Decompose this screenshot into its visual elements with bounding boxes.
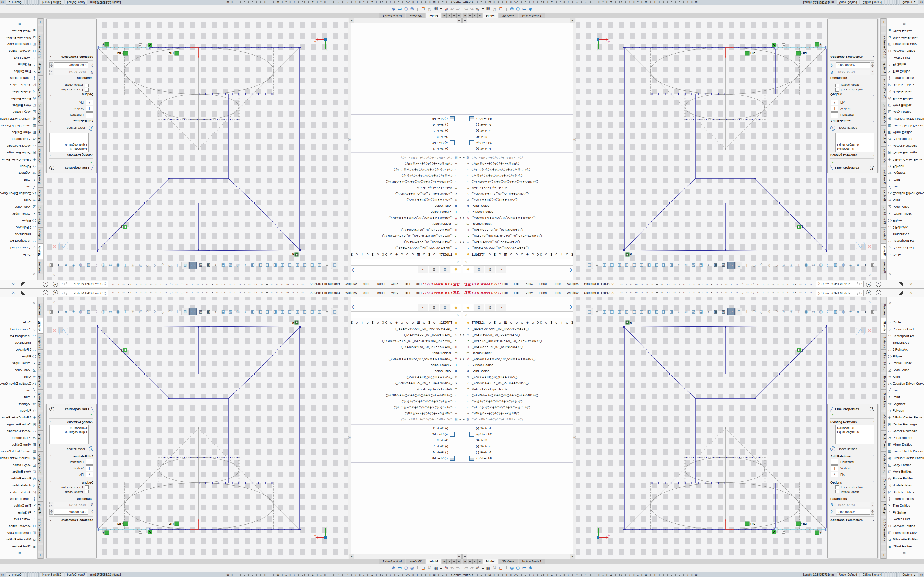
tab-data-migration[interactable]: Data Migration xyxy=(38,77,44,100)
flyout-more-icon[interactable]: ≫ xyxy=(18,22,21,26)
tab-features[interactable]: Features xyxy=(38,303,44,317)
search-icon[interactable] xyxy=(65,281,71,287)
tab-markup[interactable]: Markup xyxy=(880,61,886,76)
tree-horizontal-scrollbar[interactable]: ◀ ▶ xyxy=(462,554,575,559)
tab-overflow[interactable]: ⋮ xyxy=(38,18,44,24)
status-custom-dropdown[interactable]: Custom▴ xyxy=(6,572,24,577)
tool-stretch-entities[interactable]: ◸Stretch Entities xyxy=(887,488,924,495)
relation-item[interactable]: Collinear108 xyxy=(837,426,873,430)
status-custom-dropdown[interactable]: Custom▴ xyxy=(900,0,918,5)
tab-sheet-metal[interactable]: Sheet Metal xyxy=(38,391,44,410)
search-box[interactable]: ◇ Search CAD Models ▾ xyxy=(60,290,108,296)
viewport-nav-icon[interactable]: ▶| xyxy=(477,13,482,18)
tree-row-sketch5[interactable]: (-) Sketch5 xyxy=(351,128,462,134)
tab-markup[interactable]: Markup xyxy=(38,501,44,516)
close-button[interactable]: ✕ xyxy=(907,281,914,287)
panel-collapse-icon[interactable]: ❯ xyxy=(351,305,354,309)
tree-row[interactable]: ◔◯Ƨ✚Ξ϶Ƨ◯ИΝ◎✚ƆCΞ϶Ƨ◯⊙◯Ƨ϶ΞCƆ✚◎ΝИ◯ xyxy=(462,338,573,344)
featuremanager-tree-tab[interactable]: ◆ xyxy=(451,266,461,273)
chevron-up-icon[interactable]: ⌃ xyxy=(872,119,874,122)
checkbox-for-construction[interactable]: For construction xyxy=(50,88,89,92)
tree-vertical-scrollbar[interactable] xyxy=(573,23,575,280)
tree-row[interactable]: ▶A◯ƧИ◎⊙✚A✚◎ИΛ◯⊙◯ΛИ◎✚A✚⊙◎ИƧ◯ xyxy=(462,356,573,362)
chevron-up-icon[interactable]: ⌃ xyxy=(872,455,874,458)
relation-button-vertical[interactable]: |Vertical xyxy=(50,466,93,471)
tree-row[interactable]: ✶◯Ƨ϶Ξ✚⊙◎ΛAΦ◯⊙◯ΦAΛ◎⊙✚Ξ϶Ƨ◯ xyxy=(351,245,462,251)
bottom-tool-icon[interactable]: ⇅ xyxy=(428,6,431,13)
search-dropdown-icon[interactable]: ▾ xyxy=(60,283,65,285)
tool-mirror-entities[interactable]: ◧Mirror Entities xyxy=(0,129,37,136)
tree-row-sketch2[interactable]: (-) Sketch2 xyxy=(351,431,462,437)
tool-3-point-center-recta-[interactable]: ◈3 Point Center Recta... xyxy=(887,414,924,421)
tool-extend-entities[interactable]: ╎Extend Entities xyxy=(887,495,924,502)
viewport-nav-icon[interactable]: ◀ xyxy=(452,559,457,564)
tool-polygon[interactable]: ◇Polygon xyxy=(0,163,37,170)
tool-copy-entities[interactable]: ◱Copy Entities xyxy=(887,461,924,468)
tool-tangent-arc[interactable]: ⌒Tangent Arc xyxy=(0,339,37,346)
flyout-close-icon[interactable]: ✕ xyxy=(32,272,35,276)
tree-filter-input[interactable]: ▽ xyxy=(463,311,574,318)
chevron-up-icon[interactable]: ⌃ xyxy=(872,93,874,96)
bottom-tool-icon[interactable]: ∟ xyxy=(421,6,425,13)
chevron-up-icon[interactable]: ⌃ xyxy=(872,481,874,484)
tool-parallelogram[interactable]: ▱Parallelogram xyxy=(887,136,924,143)
displaymanager-tab[interactable]: ◑ xyxy=(496,304,506,311)
tool-segment[interactable]: ▫#Segment xyxy=(0,400,37,407)
tree-row[interactable]: ▶▨◯ƧΞ϶ИΝΛ∩✚◯⊙◯✚∩ΛΝИ϶ΞƧ◯ xyxy=(351,155,462,161)
viewport-nav-icon[interactable]: ▶ xyxy=(472,559,477,564)
featuremanager-tree-tab[interactable]: ◆ xyxy=(463,266,473,273)
help-circle-icon[interactable]: ? xyxy=(870,407,874,411)
status-custom-dropdown[interactable]: Custom▴ xyxy=(900,572,918,577)
confirmation-corner[interactable]: ✕ ✕ xyxy=(856,301,872,335)
tab-direct-editing[interactable]: Direct Editing xyxy=(38,351,44,372)
configurationmanager-tab[interactable]: ⊕ xyxy=(485,304,495,311)
tool-3-point-center-recta-[interactable]: ◈3 Point Center Recta... xyxy=(0,156,37,163)
chevron-down-icon[interactable]: ⌄ xyxy=(872,56,874,58)
checkbox-infinite-length[interactable]: Infinite length xyxy=(835,84,874,87)
tab-overflow[interactable]: ⋮ xyxy=(38,545,44,551)
checkbox-for-construction[interactable]: For construction xyxy=(835,88,874,92)
chevron-down-icon[interactable]: ⌄ xyxy=(50,519,52,521)
configurationmanager-tab[interactable]: ⊕ xyxy=(485,266,495,273)
search-dropdown-icon[interactable]: ▾ xyxy=(859,292,864,294)
bottom-tool-icon[interactable]: ▦ xyxy=(486,564,490,572)
relation-button-fix[interactable]: ⚓Fix xyxy=(50,472,93,477)
tool-equation-driven-curve[interactable]: ƒxEquation Driven Curve xyxy=(0,380,37,387)
viewport-nav-icon[interactable]: ▶| xyxy=(442,13,447,18)
angle-field[interactable]: 0.00000000° xyxy=(836,63,871,68)
tab-overflow[interactable]: ⋮ xyxy=(880,553,886,559)
splitter-knob[interactable]: ⊙ xyxy=(348,436,351,439)
tree-filter-input[interactable]: ▽ xyxy=(350,311,461,318)
viewport-tab-motion-study-1[interactable]: Motion Study 1 xyxy=(379,559,405,564)
viewport-tab-3d-views[interactable]: 3D Views xyxy=(499,559,518,564)
tool-silhouette-entities[interactable]: ◘Silhouette Entities xyxy=(0,536,37,543)
bottom-tool-icon[interactable]: ▱ xyxy=(456,564,460,572)
chevron-down-icon[interactable]: ⌄ xyxy=(50,56,52,58)
bottom-tool-icon[interactable]: ∟ xyxy=(499,6,503,13)
tab-sketch[interactable]: Sketch xyxy=(38,318,44,334)
tab-surfaces[interactable]: Surfaces xyxy=(38,335,44,350)
tree-row[interactable]: ◎◯Ƨ♟◎ƧИΞ϶Ƨ◯⊙◯Ƨ϶ΞИƧ◎♟Ƨ◯ xyxy=(462,344,573,350)
menu-edit[interactable]: Edit xyxy=(514,282,520,286)
tool-3-point-arc[interactable]: ◡3 Point Arc xyxy=(0,224,37,231)
tool-scale-entities[interactable]: ◹Scale Entities xyxy=(0,482,37,489)
panel-splitter[interactable] xyxy=(351,462,462,463)
viewport-tab-3d-views[interactable]: 3D Views xyxy=(499,13,518,18)
tree-row[interactable]: ≡Material < not specified > xyxy=(462,386,573,392)
tool-perimeter-circle[interactable]: ◌Perimeter Circle xyxy=(887,326,924,333)
help-icon[interactable]: ? xyxy=(43,290,48,295)
panel-splitter[interactable] xyxy=(351,114,462,115)
displaymanager-tab[interactable]: ◑ xyxy=(418,304,428,311)
tab-data-migration[interactable]: Data Migration xyxy=(880,77,886,100)
tab-overflow[interactable]: ⋮ xyxy=(880,26,886,32)
minimize-button[interactable]: — xyxy=(30,281,37,287)
tab-markup[interactable]: Markup xyxy=(880,501,886,516)
tab-mbd-dimensions[interactable]: MBD Dimensions xyxy=(38,34,44,60)
tool-scale-entities[interactable]: ◹Scale Entities xyxy=(0,89,37,95)
tool-3-point-center-recta-[interactable]: ◈3 Point Center Recta... xyxy=(0,414,37,421)
tab-features[interactable]: Features xyxy=(880,303,886,317)
tab-surfaces[interactable]: Surfaces xyxy=(38,227,44,242)
tree-row-sketch3[interactable]: Sketch3 xyxy=(351,134,462,140)
tree-row[interactable]: ▱◯✚ИΝ◎♟✚◯✳◉Ⅱ◯⊙◯Ⅱ◉✳◯✚♟◎ΝИ✚◯ xyxy=(351,179,462,185)
tab-mold-tools[interactable]: Mold Tools xyxy=(38,127,44,145)
